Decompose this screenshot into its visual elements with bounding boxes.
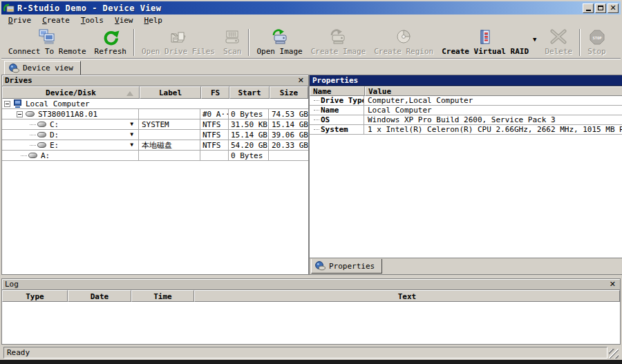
label-cell[interactable]: [139, 109, 200, 119]
drive-row-d[interactable]: D: ▼ NTFS 15.14 GB 39.06 GB: [2, 130, 308, 140]
property-name: Name: [321, 106, 339, 115]
property-value: Computer,Local Computer: [364, 96, 622, 105]
tree-branch: [314, 129, 319, 130]
device-name: C:: [50, 120, 59, 129]
menu-view-rest: iew: [120, 16, 133, 25]
tab-device-view[interactable]: Device view: [4, 61, 81, 75]
resize-grip[interactable]: [609, 349, 619, 358]
label-cell[interactable]: [139, 130, 200, 140]
size-cell[interactable]: 20.33 GB: [269, 140, 308, 150]
stop-icon: STOP: [588, 28, 606, 47]
menu-bar: Drive Create Tools View Help: [1, 15, 621, 26]
log-close-icon[interactable]: ✕: [608, 280, 617, 289]
fs-cell[interactable]: NTFS: [200, 140, 229, 150]
size-cell[interactable]: 74.53 GB: [269, 109, 308, 119]
start-cell[interactable]: 0 Bytes: [229, 151, 269, 160]
column-header-fs[interactable]: FS: [201, 86, 229, 99]
maximize-button[interactable]: [595, 3, 606, 13]
remote-computers-icon: [38, 28, 56, 47]
fs-cell[interactable]: NTFS: [200, 130, 229, 140]
create-virtual-raid-dropdown[interactable]: ▼: [533, 28, 540, 57]
tab-label: Device view: [23, 64, 73, 73]
chevron-down-icon[interactable]: ▼: [130, 132, 133, 137]
column-header-start[interactable]: Start: [229, 86, 270, 99]
property-name: Drive Type: [321, 96, 364, 105]
property-row-name[interactable]: Name Local Computer: [310, 106, 622, 115]
partition-icon: [37, 122, 46, 127]
column-header-value[interactable]: Value: [365, 86, 622, 96]
drive-row-local-computer[interactable]: Local Computer: [2, 99, 308, 109]
fs-cell[interactable]: #0 A···: [200, 109, 229, 119]
column-header-type[interactable]: Type: [2, 290, 68, 302]
menu-view-hotkey: V: [115, 16, 120, 25]
drives-close-icon[interactable]: ✕: [296, 76, 305, 85]
menu-tools[interactable]: Tools: [75, 15, 109, 26]
app-icon[interactable]: [3, 3, 15, 13]
drive-row-c[interactable]: C: ▼ SYSTEM NTFS 31.50 KB 15.14 GB: [2, 119, 308, 130]
menu-create[interactable]: Create: [37, 15, 75, 26]
column-header-label[interactable]: Label: [140, 86, 201, 99]
status-message-box: Ready: [3, 347, 607, 358]
column-header-device-disk[interactable]: Device/Disk: [2, 86, 140, 99]
start-cell[interactable]: 15.14 GB: [229, 130, 269, 140]
scan-icon: [223, 28, 241, 47]
collapse-toggle-icon[interactable]: [4, 101, 10, 107]
drives-panel: Drives ✕ Device/Disk Label FS Start Size…: [1, 75, 309, 275]
minimize-button[interactable]: [583, 3, 594, 13]
drive-row-e[interactable]: E: ▼ 本地磁盘 NTFS 54.20 GB 20.33 GB: [2, 140, 308, 151]
floppy-drive-icon: [28, 153, 37, 158]
toolbar-label: Delete: [545, 47, 573, 56]
column-header-size[interactable]: Size: [270, 86, 308, 99]
column-header-time[interactable]: Time: [131, 290, 194, 302]
menu-help[interactable]: Help: [139, 15, 169, 26]
start-cell[interactable]: 54.20 GB: [229, 140, 269, 150]
label-cell[interactable]: SYSTEM: [139, 119, 200, 129]
menu-tools-hotkey: T: [81, 16, 86, 25]
drives-table-header: Device/Disk Label FS Start Size: [2, 86, 308, 99]
chevron-down-icon[interactable]: ▼: [130, 122, 133, 127]
toolbar-label: Open Image: [256, 47, 302, 56]
column-header-date[interactable]: Date: [68, 290, 131, 302]
property-row-drive-type[interactable]: Drive Type Computer,Local Computer: [310, 96, 622, 106]
screen-edge: [0, 360, 622, 364]
properties-panel-title: Properties: [312, 76, 621, 85]
toolbar-separator: [133, 29, 135, 56]
partition-icon: [37, 142, 46, 148]
toolbar: Connect To Remote Refresh Open Dr: [1, 26, 621, 59]
label-cell[interactable]: [139, 151, 200, 160]
toolbar-label: Open Drive Files: [142, 47, 215, 56]
open-image-button[interactable]: Open Image: [252, 28, 306, 57]
column-header-text[interactable]: Text: [194, 290, 620, 302]
size-cell[interactable]: 39.06 GB: [269, 130, 308, 140]
main-area: Drives ✕ Device/Disk Label FS Start Size…: [1, 75, 621, 275]
menu-view[interactable]: View: [109, 15, 139, 26]
title-bar[interactable]: R-Studio Demo - Device View ✕: [1, 1, 621, 15]
connect-to-remote-button[interactable]: Connect To Remote: [4, 28, 91, 57]
fs-cell[interactable]: NTFS: [200, 119, 229, 129]
property-row-os[interactable]: OS Windows XP Pro Build 2600, Service Pa…: [310, 115, 622, 125]
column-header-name[interactable]: Name: [310, 86, 365, 96]
menu-drive[interactable]: Drive: [3, 15, 37, 26]
refresh-button[interactable]: Refresh: [91, 28, 131, 57]
close-button[interactable]: ✕: [607, 3, 619, 13]
app-window: R-Studio Demo - Device View ✕ Drive Crea…: [0, 0, 622, 364]
tree-branch: [314, 110, 319, 111]
start-cell[interactable]: 31.50 KB: [229, 119, 269, 129]
size-cell[interactable]: 15.14 GB: [269, 119, 308, 129]
label-cell[interactable]: 本地磁盘: [139, 140, 200, 150]
toolbar-label: Create Region: [374, 47, 433, 56]
chevron-down-icon[interactable]: ▼: [130, 142, 133, 148]
tab-properties[interactable]: Properties: [311, 259, 382, 274]
collapse-toggle-icon[interactable]: [17, 111, 23, 117]
toolbar-label: Scan: [223, 47, 242, 56]
drive-row-hdd[interactable]: ST380011A8.01 #0 A··· 0 Bytes 74.53 GB: [2, 109, 308, 119]
fs-cell[interactable]: [200, 151, 229, 160]
device-name: Local Computer: [26, 99, 90, 108]
drives-panel-caption: Drives ✕: [2, 75, 308, 86]
create-virtual-raid-button[interactable]: Create Virtual RAID: [437, 28, 533, 57]
size-cell[interactable]: [269, 151, 308, 160]
start-cell[interactable]: 0 Bytes: [229, 109, 269, 119]
properties-panel: Properties ✕ Name Value Drive Type Compu…: [309, 75, 622, 275]
property-row-system[interactable]: System 1 x Intel(R) Celeron(R) CPU 2.66G…: [310, 125, 622, 135]
drive-row-a[interactable]: A: 0 Bytes: [2, 151, 308, 161]
